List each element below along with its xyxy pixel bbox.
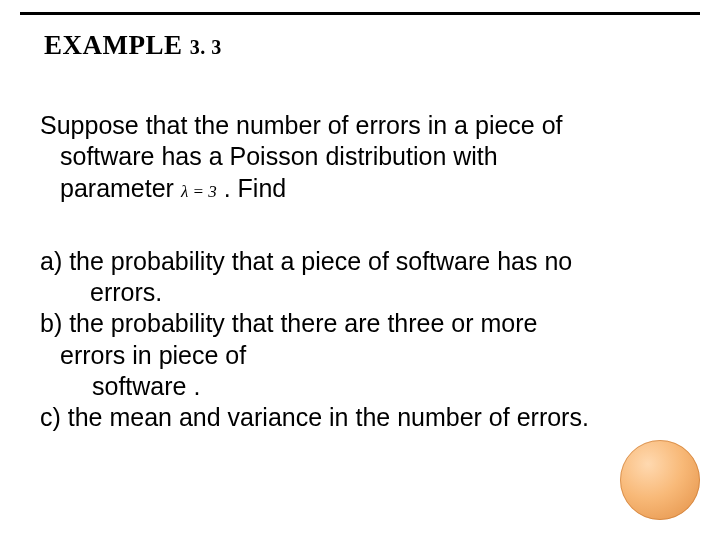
intro-line-1: Suppose that the number of errors in a p… (40, 110, 680, 141)
intro-line-3: parameter λ = 3 . Find (40, 173, 680, 204)
lambda-formula: λ = 3 (181, 182, 217, 201)
item-b-line2: errors in piece of (40, 340, 680, 371)
intro-line-3a: parameter (60, 174, 181, 202)
top-border (20, 12, 700, 15)
title-number: 3. 3 (190, 36, 222, 58)
decorative-circle-icon (620, 440, 700, 520)
item-b-line1: b) the probability that there are three … (40, 308, 680, 339)
intro-line-2: software has a Poisson distribution with (40, 141, 680, 172)
item-c-line1: c) the mean and variance in the number o… (40, 402, 680, 433)
slide-content: Suppose that the number of errors in a p… (40, 110, 680, 433)
item-b-line3: software . (40, 371, 680, 402)
slide-title: EXAMPLE 3. 3 (44, 30, 222, 61)
intro-line-3b: . Find (217, 174, 286, 202)
item-a-line1: a) the probability that a piece of softw… (40, 246, 680, 277)
item-a-line2: errors. (40, 277, 680, 308)
intro-paragraph: Suppose that the number of errors in a p… (40, 110, 680, 204)
question-list: a) the probability that a piece of softw… (40, 246, 680, 434)
title-word: EXAMPLE (44, 30, 190, 60)
